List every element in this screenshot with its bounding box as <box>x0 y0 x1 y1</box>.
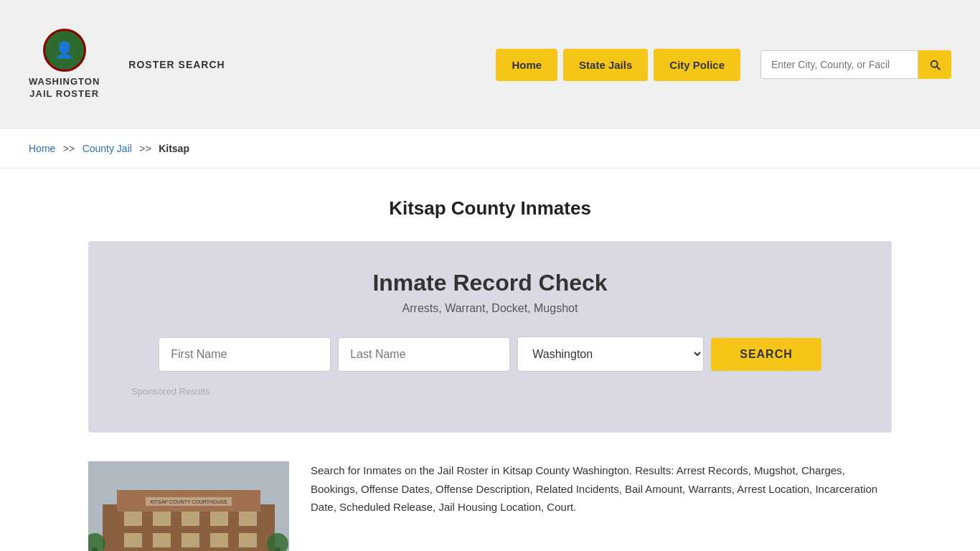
logo-link[interactable]: 👤 WASHINGTON JAIL ROSTER <box>29 29 100 100</box>
svg-rect-8 <box>124 533 142 547</box>
first-name-input[interactable] <box>159 337 331 372</box>
logo-flag: 👤 <box>43 29 86 72</box>
page-title: Kitsap County Inmates <box>88 197 892 220</box>
logo-text: WASHINGTON JAIL ROSTER <box>29 76 100 100</box>
bottom-section: KITSAP COUNTY COURTHOUSE Search for Inma… <box>88 461 892 551</box>
svg-rect-10 <box>182 533 199 547</box>
svg-rect-9 <box>153 533 171 547</box>
flag-icon: 👤 <box>55 41 74 60</box>
jail-building-svg: KITSAP COUNTY COURTHOUSE <box>88 461 289 551</box>
header: 👤 WASHINGTON JAIL ROSTER ROSTER SEARCH H… <box>0 0 980 129</box>
state-select[interactable]: WashingtonAlabamaAlaskaArizonaArkansasCa… <box>517 336 704 372</box>
description-text: Search for Inmates on the Jail Roster in… <box>311 461 892 517</box>
svg-rect-11 <box>210 533 228 547</box>
header-search-button[interactable] <box>918 50 951 79</box>
nav-city-police[interactable]: City Police <box>654 49 740 81</box>
header-search-area <box>760 50 951 79</box>
breadcrumb-current: Kitsap <box>159 143 189 154</box>
header-search-input[interactable] <box>760 50 918 79</box>
record-check-subtitle: Arrests, Warrant, Docket, Mugshot <box>131 302 849 315</box>
breadcrumb-home[interactable]: Home <box>29 143 55 154</box>
roster-search-label: ROSTER SEARCH <box>128 59 225 70</box>
breadcrumb-county-jail[interactable]: County Jail <box>83 143 132 154</box>
record-check-form: WashingtonAlabamaAlaskaArizonaArkansasCa… <box>131 336 849 372</box>
svg-rect-3 <box>124 512 142 526</box>
breadcrumb: Home >> County Jail >> Kitsap <box>0 129 980 169</box>
search-icon <box>928 58 941 71</box>
breadcrumb-sep-1: >> <box>63 143 75 154</box>
jail-image: KITSAP COUNTY COURTHOUSE <box>88 461 289 551</box>
svg-rect-7 <box>239 512 257 526</box>
record-check-box: Inmate Record Check Arrests, Warrant, Do… <box>88 241 892 433</box>
main-nav: Home State Jails City Police <box>496 49 951 81</box>
svg-rect-4 <box>153 512 171 526</box>
svg-rect-12 <box>239 533 257 547</box>
svg-rect-5 <box>182 512 199 526</box>
svg-text:KITSAP COUNTY COURTHOUSE: KITSAP COUNTY COURTHOUSE <box>150 499 227 504</box>
nav-home[interactable]: Home <box>496 49 557 81</box>
nav-state-jails[interactable]: State Jails <box>563 49 648 81</box>
breadcrumb-sep-2: >> <box>139 143 151 154</box>
svg-rect-6 <box>210 512 228 526</box>
last-name-input[interactable] <box>338 337 510 372</box>
search-main-button[interactable]: SEARCH <box>711 338 821 371</box>
record-check-title: Inmate Record Check <box>131 270 849 296</box>
main-content: Kitsap County Inmates Inmate Record Chec… <box>60 169 920 551</box>
sponsored-label: Sponsored Results <box>131 386 849 397</box>
